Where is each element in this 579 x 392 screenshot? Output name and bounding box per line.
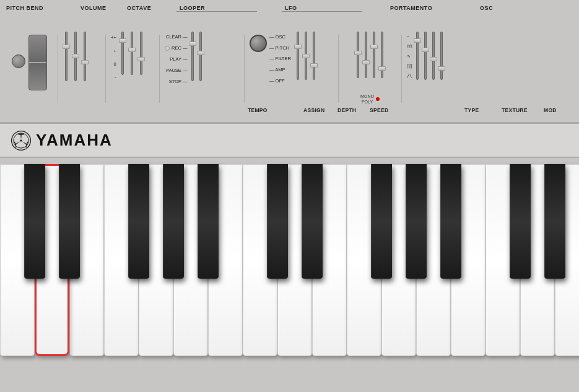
- volume-label: VOLUME: [81, 5, 107, 11]
- portamento-sliders: [355, 32, 385, 87]
- black-key-ds1[interactable]: [59, 164, 80, 279]
- portamento-section: MONOPOLY: [344, 32, 396, 105]
- octave-slider-2[interactable]: [129, 32, 135, 87]
- black-key-fs2[interactable]: [371, 164, 392, 279]
- looper-slider-1[interactable]: [189, 32, 196, 87]
- logo-area: YAMAHA: [0, 124, 579, 158]
- pitch-bend-section: [6, 28, 53, 109]
- portamento-slider-3[interactable]: [371, 32, 377, 87]
- octave-slider-3[interactable]: [138, 32, 144, 87]
- black-key-fs1[interactable]: [128, 164, 149, 279]
- black-key-cs3[interactable]: [510, 164, 531, 279]
- divider-5: [338, 35, 339, 103]
- osc-section: ~ ⊓⊓ ∿ ∏∏ /\: [407, 32, 469, 86]
- rec-indicator: [165, 46, 170, 51]
- portamento-slider-4[interactable]: [379, 32, 385, 87]
- osc-slider-4[interactable]: [438, 32, 445, 87]
- yamaha-brand-text: YAMAHA: [36, 131, 113, 150]
- type-label: TYPE: [464, 107, 479, 113]
- pitch-bend-knob[interactable]: [12, 54, 25, 68]
- black-key-as2[interactable]: [440, 164, 461, 279]
- lfo-knob-area: [250, 35, 267, 52]
- volume-slider-3[interactable]: [82, 32, 88, 87]
- osc-slider-2[interactable]: [422, 32, 429, 87]
- black-key-gs1[interactable]: [163, 164, 184, 279]
- looper-line: [176, 11, 257, 12]
- octave-sliders: [120, 32, 144, 84]
- black-key-as1[interactable]: [198, 164, 219, 279]
- texture-label: TEXTURE: [502, 107, 528, 113]
- volume-sliders: [63, 32, 88, 94]
- yamaha-emblem-icon: [11, 131, 31, 150]
- depth-label: DEPTH: [337, 107, 356, 113]
- volume-section: [63, 32, 100, 94]
- lfo-labels: — OSC — PITCH — FILTER — AMP — OFF: [269, 32, 291, 86]
- black-key-ds2[interactable]: [302, 164, 323, 279]
- mono-poly-indicator: [376, 97, 380, 101]
- divider-1: [58, 35, 58, 103]
- lfo-section: — OSC — PITCH — FILTER — AMP — OFF: [250, 32, 333, 86]
- portamento-slider-2[interactable]: [363, 32, 369, 87]
- black-key-cs1[interactable]: [24, 164, 45, 279]
- pitch-bend-label: PITCH BEND: [6, 5, 43, 11]
- control-panel: PITCH BEND VOLUME OCTAVE LOOPER LFO PORT…: [0, 0, 579, 124]
- portamento-label: PORTAMENTO: [390, 5, 432, 11]
- divider-3: [159, 35, 160, 103]
- looper-section: CLEAR — REC — PLAY — PAUSE — STOP —: [165, 32, 239, 87]
- divider-2: [105, 35, 106, 103]
- osc-sliders: [414, 32, 445, 86]
- volume-slider-1[interactable]: [63, 32, 69, 87]
- osc-waveform-labels: ~ ⊓⊓ ∿ ∏∏ /\: [407, 32, 412, 81]
- lfo-slider-2[interactable]: [303, 32, 309, 87]
- divider-4: [244, 35, 245, 103]
- svg-point-2: [20, 139, 22, 141]
- section-labels-row: PITCH BEND VOLUME OCTAVE LOOPER LFO PORT…: [0, 0, 579, 11]
- black-key-ds3[interactable]: [544, 164, 565, 279]
- osc-label: OSC: [480, 5, 493, 11]
- lfo-knob[interactable]: [250, 35, 267, 52]
- pitch-bend-wheel[interactable]: [28, 35, 47, 90]
- octave-section: ++ + 0 -: [111, 32, 154, 84]
- controls-row: ++ + 0 -: [0, 11, 579, 113]
- looper-label: LOOPER: [180, 5, 205, 11]
- looper-labels: CLEAR — REC — PLAY — PAUSE — STOP —: [165, 32, 187, 87]
- osc-slider-3[interactable]: [430, 32, 437, 87]
- black-key-gs2[interactable]: [406, 164, 427, 279]
- mono-poly-area: MONOPOLY: [360, 94, 380, 105]
- assign-label: ASSIGN: [303, 107, 324, 113]
- keyboard-area: [0, 158, 579, 392]
- octave-labels: ++ + 0 -: [111, 32, 116, 84]
- yamaha-logo: YAMAHA: [11, 131, 113, 150]
- divider-6: [401, 35, 402, 103]
- portamento-slider-1[interactable]: [355, 32, 361, 87]
- white-keys-container: [0, 164, 579, 356]
- volume-slider-2[interactable]: [72, 32, 79, 87]
- looper-sliders: [189, 32, 204, 87]
- octave-label: OCTAVE: [127, 5, 151, 11]
- osc-slider-1[interactable]: [414, 32, 420, 87]
- lfo-slider-3[interactable]: [311, 32, 317, 87]
- mod-label: MOD: [544, 107, 557, 113]
- lfo-line: [282, 11, 362, 12]
- black-key-cs2[interactable]: [267, 164, 288, 279]
- lfo-label: LFO: [285, 5, 297, 11]
- speed-label: SPEED: [370, 107, 388, 113]
- looper-slider-2[interactable]: [198, 32, 204, 87]
- tempo-label: TEMPO: [248, 107, 268, 113]
- lfo-slider-1[interactable]: [295, 32, 301, 87]
- keyboard: [0, 164, 579, 362]
- lfo-sliders: [295, 32, 317, 86]
- octave-slider-1[interactable]: [120, 32, 126, 87]
